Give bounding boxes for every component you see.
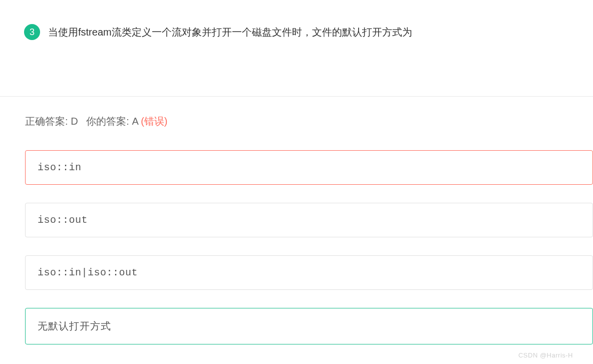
option-d-text: 无默认打开方式 bbox=[38, 320, 111, 331]
options-list: iso::in iso::out iso::in|iso::out 无默认打开方… bbox=[25, 150, 593, 344]
answer-info: 正确答案: D 你的答案: A (错误) bbox=[25, 115, 593, 128]
question-number-text: 3 bbox=[30, 27, 35, 38]
option-a[interactable]: iso::in bbox=[25, 150, 593, 185]
option-b-text: iso::out bbox=[38, 214, 88, 226]
option-a-text: iso::in bbox=[38, 162, 82, 173]
answer-section: 正确答案: D 你的答案: A (错误) iso::in iso::out is… bbox=[0, 96, 593, 344]
option-c[interactable]: iso::in|iso::out bbox=[25, 255, 593, 290]
question-text: 当使用fstream流类定义一个流对象并打开一个磁盘文件时，文件的默认打开方式为 bbox=[48, 25, 412, 40]
option-d[interactable]: 无默认打开方式 bbox=[25, 308, 593, 344]
question-header: 3 当使用fstream流类定义一个流对象并打开一个磁盘文件时，文件的默认打开方… bbox=[24, 24, 593, 40]
option-c-text: iso::in|iso::out bbox=[38, 267, 138, 278]
question-number-badge: 3 bbox=[24, 24, 40, 40]
wrong-indicator: (错误) bbox=[141, 116, 167, 127]
watermark: CSDN @Harris-H bbox=[518, 351, 573, 359]
your-answer-value: A bbox=[132, 116, 141, 127]
correct-answer-label: 正确答案: bbox=[25, 116, 71, 127]
correct-answer-value: D bbox=[71, 116, 78, 127]
option-b[interactable]: iso::out bbox=[25, 203, 593, 237]
question-section: 3 当使用fstream流类定义一个流对象并打开一个磁盘文件时，文件的默认打开方… bbox=[0, 0, 593, 40]
your-answer-label: 你的答案: bbox=[86, 116, 132, 127]
